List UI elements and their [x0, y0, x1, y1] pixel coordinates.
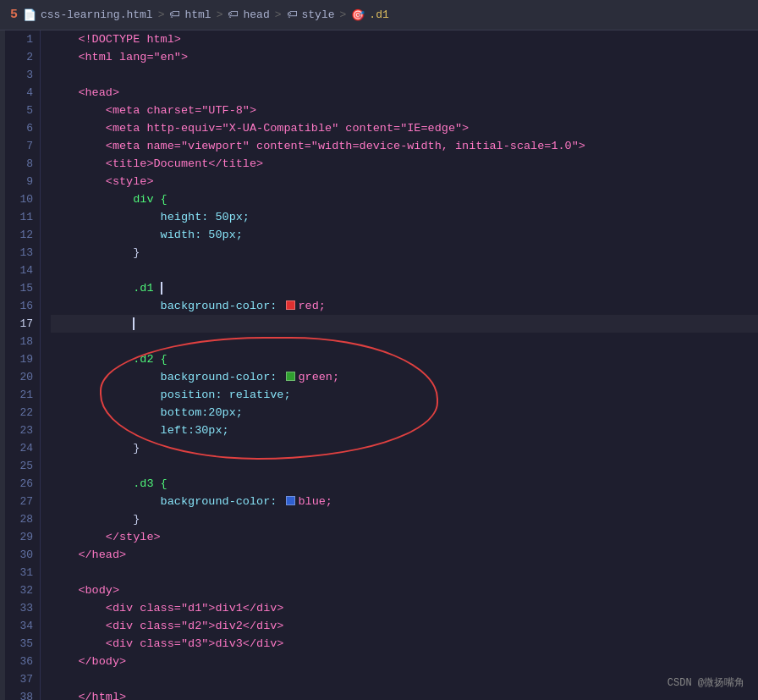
color-swatch [286, 300, 295, 310]
code-line-33: <div class="d1">div1</div> [51, 599, 758, 617]
file-icon: 📄 [23, 8, 36, 22]
token: <meta charset="UTF-8"> [51, 102, 256, 119]
code-line-31 [51, 564, 758, 581]
token: height: 50px; [51, 208, 250, 226]
code-line-22: bottom:20px; [51, 404, 758, 422]
breadcrumb-d1[interactable]: 🎯 .d1 [351, 8, 388, 22]
token: </body> [51, 653, 126, 670]
code-line-27: background-color: blue; [51, 493, 758, 510]
line-num-9: 9 [5, 173, 33, 190]
bc-sep-3: > [275, 8, 282, 21]
token: </style> [51, 528, 161, 546]
code-line-7: <meta name="viewport" content="width=dev… [51, 137, 758, 155]
token: <meta name="viewport" content="width=dev… [51, 137, 585, 155]
line-num-28: 28 [5, 510, 33, 528]
line-num-24: 24 [5, 439, 33, 457]
line-num-8: 8 [5, 155, 33, 173]
code-line-21: position: relative; [51, 386, 758, 404]
line-num-34: 34 [5, 617, 33, 635]
file-label: css-learning.html [41, 8, 153, 21]
line-num-17: 17 [5, 315, 33, 333]
cursor [161, 282, 162, 295]
code-line-25 [51, 457, 758, 475]
code-line-37 [51, 670, 758, 688]
line-num-32: 32 [5, 581, 33, 599]
color-swatch [286, 372, 295, 381]
token: } [51, 244, 140, 262]
line-num-1: 1 [5, 30, 33, 48]
token: .d1 [51, 279, 161, 297]
code-line-9: <style> [51, 173, 758, 190]
code-line-14 [51, 262, 758, 279]
code-line-38: </html> [51, 688, 758, 700]
token: left:30px; [51, 422, 229, 439]
token: red; [298, 297, 325, 315]
breadcrumb-style[interactable]: 🏷 style [287, 8, 335, 21]
code-area[interactable]: <!DOCTYPE html> <html lang="en"> <head> … [41, 30, 758, 700]
line-num-10: 10 [5, 190, 33, 208]
token: .d3 { [51, 475, 168, 493]
line-num-21: 21 [5, 386, 33, 404]
token: </head> [51, 546, 126, 564]
token: green; [298, 368, 339, 386]
bc-sep-4: > [340, 8, 347, 21]
breadcrumb-html[interactable]: 🏷 html [169, 8, 211, 21]
line-num-18: 18 [5, 333, 33, 350]
token: background-color: [51, 493, 283, 510]
line-num-20: 20 [5, 368, 33, 386]
code-line-19: .d2 { [51, 350, 758, 368]
code-line-17 [51, 315, 758, 333]
token: div { [51, 190, 168, 208]
line-numbers: 1234567891011121314151617181920212223242… [5, 30, 41, 700]
line-num-31: 31 [5, 564, 33, 581]
code-line-6: <meta http-equiv="X-UA-Compatible" conte… [51, 119, 758, 137]
code-line-20: background-color: green; [51, 368, 758, 386]
line-num-15: 15 [5, 279, 33, 297]
code-line-23: left:30px; [51, 422, 758, 439]
watermark: CSDN @微扬嘴角 [667, 675, 744, 690]
html-bc-label: html [184, 8, 211, 21]
line-num-27: 27 [5, 493, 33, 510]
code-line-11: height: 50px; [51, 208, 758, 226]
token [51, 315, 133, 333]
code-line-34: <div class="d2">div2</div> [51, 617, 758, 635]
breadcrumb-bar: 5 📄 css-learning.html > 🏷 html > 🏷 head … [0, 0, 758, 30]
code-line-29: </style> [51, 528, 758, 546]
code-line-24: } [51, 439, 758, 457]
d1-bc-label: .d1 [369, 8, 388, 21]
token: bottom:20px; [51, 404, 243, 422]
color-swatch [286, 496, 295, 505]
code-line-13: } [51, 244, 758, 262]
html5-icon: 5 [10, 8, 18, 22]
bc-sep-2: > [217, 8, 223, 21]
code-line-1: <!DOCTYPE html> [51, 30, 758, 48]
cursor [133, 317, 135, 330]
line-num-12: 12 [5, 226, 33, 244]
token: <meta http-equiv="X-UA-Compatible" conte… [51, 119, 469, 137]
code-line-2: <html lang="en"> [51, 48, 758, 66]
line-num-2: 2 [5, 48, 33, 66]
line-num-11: 11 [5, 208, 33, 226]
breadcrumb-file[interactable]: 📄 css-learning.html [23, 8, 153, 22]
line-num-19: 19 [5, 350, 33, 368]
line-num-26: 26 [5, 475, 33, 493]
line-num-14: 14 [5, 262, 33, 279]
breadcrumb-head[interactable]: 🏷 head [228, 8, 269, 21]
html-bc-icon: 🏷 [169, 8, 180, 21]
token: <head> [51, 84, 119, 102]
line-num-36: 36 [5, 653, 33, 670]
line-num-29: 29 [5, 528, 33, 546]
code-line-3 [51, 66, 758, 84]
code-line-16: background-color: red; [51, 297, 758, 315]
token: background-color: [51, 368, 283, 386]
line-num-4: 4 [5, 84, 33, 102]
d1-bc-icon: 🎯 [351, 8, 365, 22]
token: .d2 { [51, 350, 168, 368]
line-num-37: 37 [5, 670, 33, 688]
line-num-35: 35 [5, 635, 33, 653]
token: <html lang="en"> [51, 48, 188, 66]
token: <style> [51, 173, 154, 190]
token: <body> [51, 581, 119, 599]
token: <div class="d2">div2</div> [51, 617, 283, 635]
line-num-7: 7 [5, 137, 33, 155]
